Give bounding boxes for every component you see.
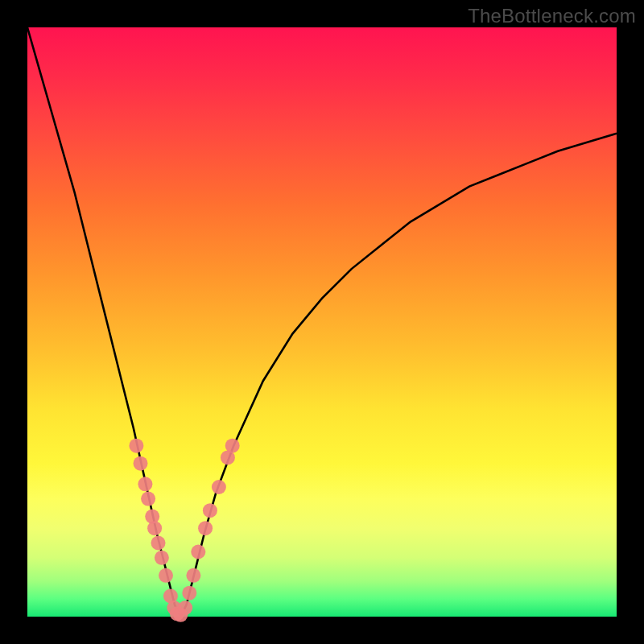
curve-marker — [225, 439, 240, 453]
curve-markers — [129, 439, 239, 622]
curve-marker — [129, 439, 143, 453]
curve-marker — [182, 586, 196, 601]
curve-marker — [155, 551, 169, 565]
plot-area — [27, 27, 617, 617]
curve-marker — [186, 568, 200, 583]
curve-marker — [203, 503, 217, 518]
watermark-text: TheBottleneck.com — [468, 5, 636, 27]
curve-marker — [159, 568, 173, 583]
curve-marker — [147, 521, 162, 535]
curve-marker — [151, 536, 166, 551]
curve-marker — [141, 492, 155, 506]
curve-marker — [134, 456, 148, 471]
curve-marker — [198, 521, 213, 535]
chart-frame: TheBottleneck.com — [0, 0, 644, 644]
curve-marker — [178, 601, 192, 615]
curve-marker — [138, 477, 152, 491]
curve-marker — [191, 545, 205, 559]
curve-marker — [212, 480, 226, 494]
bottleneck-curve — [27, 27, 617, 617]
curve-layer — [27, 27, 617, 617]
